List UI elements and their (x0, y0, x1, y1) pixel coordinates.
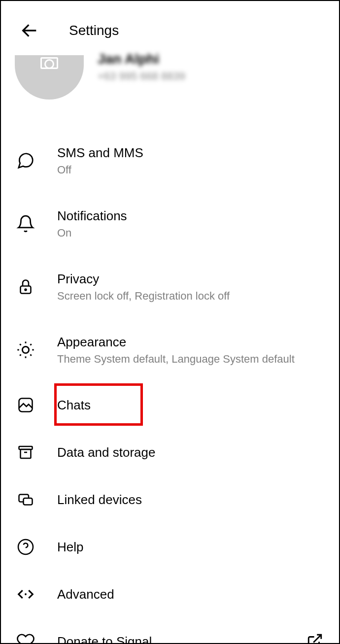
settings-list: SMS and MMS Off Notifications On Privacy… (1, 114, 339, 644)
settings-item-advanced[interactable]: Advanced (1, 571, 339, 618)
item-title: Donate to Signal (57, 634, 306, 644)
item-content: Appearance Theme System default, Languag… (57, 335, 324, 366)
header: Settings (1, 1, 339, 55)
heart-icon (16, 632, 35, 644)
settings-item-privacy[interactable]: Privacy Screen lock off, Registration lo… (1, 255, 339, 318)
svg-rect-17 (24, 498, 33, 505)
svg-point-3 (22, 346, 29, 353)
item-content: Notifications On (57, 208, 324, 239)
settings-item-data-storage[interactable]: Data and storage (1, 429, 339, 476)
external-link-icon (306, 633, 324, 644)
sun-icon (16, 340, 35, 360)
svg-line-21 (313, 635, 321, 643)
item-content: SMS and MMS Off (57, 145, 324, 176)
code-icon (16, 584, 35, 604)
bell-icon (16, 214, 35, 234)
item-title: Advanced (57, 587, 324, 602)
item-content: Data and storage (57, 445, 324, 460)
item-content: Donate to Signal (57, 634, 306, 644)
profile-name: Jan Alphi (98, 51, 185, 67)
item-subtitle: Off (57, 164, 324, 176)
item-title: Privacy (57, 271, 324, 287)
item-content: Advanced (57, 587, 324, 602)
page-title: Settings (69, 23, 119, 38)
profile-section[interactable]: Jan Alphi +63 995 668 8839 (1, 55, 339, 114)
settings-item-appearance[interactable]: Appearance Theme System default, Languag… (1, 318, 339, 381)
help-icon (16, 537, 35, 557)
svg-rect-14 (21, 449, 31, 458)
svg-point-2 (25, 289, 27, 291)
svg-line-7 (30, 354, 31, 355)
settings-item-help[interactable]: Help (1, 523, 339, 571)
svg-line-10 (20, 354, 21, 355)
item-title: Data and storage (57, 445, 324, 460)
chat-bubble-icon (16, 151, 35, 170)
svg-point-18 (18, 540, 33, 554)
camera-icon (40, 57, 58, 69)
settings-item-sms-mms[interactable]: SMS and MMS Off (1, 129, 339, 192)
item-subtitle: Screen lock off, Registration lock off (57, 290, 324, 303)
archive-icon (16, 442, 35, 462)
item-title: Notifications (57, 208, 324, 224)
svg-line-6 (20, 344, 21, 345)
settings-item-chats[interactable]: Chats (1, 381, 339, 429)
svg-point-20 (25, 593, 27, 595)
item-title: Appearance (57, 335, 324, 350)
avatar (15, 55, 84, 100)
profile-info: Jan Alphi +63 995 668 8839 (98, 51, 185, 83)
back-button[interactable] (20, 21, 39, 40)
settings-item-donate[interactable]: Donate to Signal (1, 618, 339, 644)
settings-item-notifications[interactable]: Notifications On (1, 192, 339, 255)
image-icon (16, 395, 35, 415)
item-content: Linked devices (57, 492, 324, 508)
item-subtitle: Theme System default, Language System de… (57, 353, 324, 366)
item-subtitle: On (57, 227, 324, 239)
lock-icon (16, 277, 35, 297)
item-title: Help (57, 540, 324, 555)
settings-item-linked-devices[interactable]: Linked devices (1, 476, 339, 523)
profile-phone: +63 995 668 8839 (98, 70, 185, 83)
item-title: SMS and MMS (57, 145, 324, 161)
item-title: Linked devices (57, 492, 324, 508)
linked-devices-icon (16, 490, 35, 509)
item-content: Privacy Screen lock off, Registration lo… (57, 271, 324, 303)
item-content: Chats (57, 398, 324, 413)
svg-line-11 (30, 344, 31, 345)
item-title: Chats (57, 398, 324, 413)
item-content: Help (57, 540, 324, 555)
